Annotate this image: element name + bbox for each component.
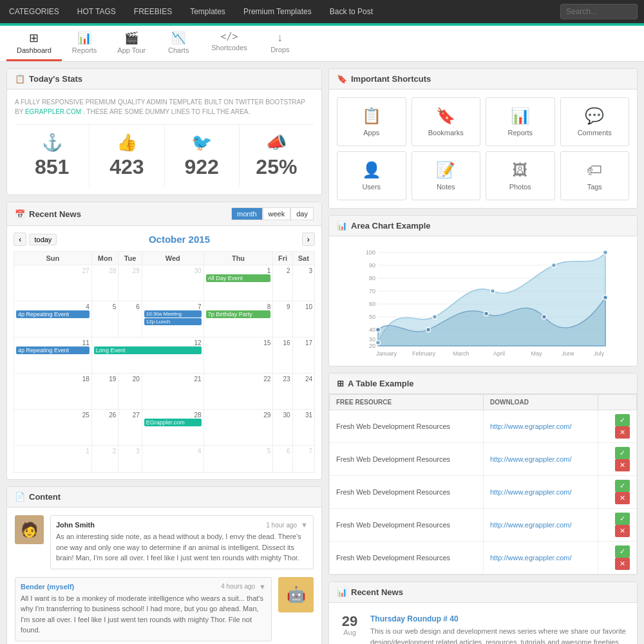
calendar-today[interactable]: today — [29, 234, 57, 245]
stats-header-icon: 📋 — [15, 74, 25, 84]
tab-bar: ⊞ Dashboard 📊 Reports 🎬 App Tour 📉 Chart… — [0, 26, 644, 62]
nav-categories[interactable]: CATEGORIES — [0, 0, 68, 23]
tab-shortcodes[interactable]: </> Shortcodes — [201, 26, 258, 61]
stat-value-4: 25% — [256, 155, 297, 178]
cal-cell-oct28[interactable]: 28 EGrappler.com — [142, 410, 204, 446]
stat-item-megaphone: 📣 25% — [240, 125, 314, 187]
charts-icon: 📉 — [171, 31, 185, 45]
svg-point-25 — [542, 315, 547, 319]
comment-item-1: 🧑 John Smith 1 hour ago ▼ As an interest… — [15, 515, 314, 569]
notes-icon: 📝 — [436, 161, 455, 179]
table-row: Fresh Web Development Resources http://w… — [330, 542, 637, 574]
cal-cell: 9 — [273, 301, 292, 337]
row-ok-button[interactable]: ✓ — [615, 414, 630, 426]
shortcut-reports[interactable]: 📊 Reports — [486, 97, 555, 146]
row-delete-button[interactable]: ✕ — [615, 558, 630, 570]
tab-app-tour[interactable]: 🎬 App Tour — [107, 26, 156, 61]
news-desc-1: This is our web design and development n… — [370, 626, 629, 644]
content-header-icon: 📄 — [15, 492, 25, 502]
stat-item-thumbsup: 👍 423 — [90, 125, 164, 187]
row-ok-button[interactable]: ✓ — [615, 545, 630, 558]
shortcut-apps[interactable]: 📋 Apps — [337, 97, 406, 146]
todays-stats-header: 📋 Today's Stats — [7, 69, 321, 90]
table-row: Fresh Web Development Resources http://w… — [330, 476, 637, 509]
stat-item-anchor: ⚓ 851 — [15, 125, 90, 187]
news-day-1: 29 — [337, 614, 363, 629]
calendar-next[interactable]: › — [302, 232, 315, 246]
news-title-1[interactable]: Thursday Roundup # 40 — [370, 614, 629, 623]
cal-cell-oct12[interactable]: 12 Long Event — [91, 337, 204, 374]
svg-text:40: 40 — [369, 327, 375, 333]
svg-text:January: January — [376, 350, 397, 357]
cal-cell-oct11[interactable]: 11 4p Repeating Event — [14, 337, 92, 374]
svg-point-22 — [376, 328, 381, 332]
shortcut-label-reports: Reports — [507, 129, 533, 137]
stat-value-1: 851 — [35, 155, 69, 178]
shortcut-users[interactable]: 👤 Users — [337, 151, 406, 200]
row-ok-button[interactable]: ✓ — [615, 480, 630, 492]
row-delete-button[interactable]: ✕ — [615, 426, 630, 439]
cal-cell-oct8[interactable]: 8 7p Birthday Party — [204, 301, 273, 337]
view-tab-month[interactable]: month — [231, 207, 263, 220]
apps-icon: 📋 — [362, 107, 381, 125]
nav-premium-templates[interactable]: Premium Templates — [234, 0, 321, 23]
svg-text:80: 80 — [369, 275, 375, 281]
cal-cell: 29 — [118, 265, 142, 301]
svg-text:100: 100 — [366, 249, 375, 256]
tab-reports[interactable]: 📊 Reports — [62, 26, 108, 61]
row-ok-button[interactable]: ✓ — [615, 447, 630, 459]
cal-cell: 6 — [118, 301, 142, 337]
nav-hot-tags[interactable]: HOT TAGS — [68, 0, 125, 23]
row-ok-button[interactable]: ✓ — [615, 513, 630, 525]
cal-cell: 10 — [292, 301, 314, 337]
shortcut-photos[interactable]: 🖼 Photos — [486, 151, 555, 200]
thumbsup-icon: 👍 — [95, 133, 158, 153]
comment-arrow-2[interactable]: ▼ — [259, 583, 266, 591]
content-card: 📄 Content 🧑 John Smith 1 hour ago ▼ — [6, 486, 322, 644]
row-delete-button[interactable]: ✕ — [615, 492, 630, 504]
svg-point-18 — [433, 315, 437, 319]
shortcut-notes[interactable]: 📝 Notes — [412, 151, 481, 200]
cal-cell-oct4[interactable]: 4 4p Repeating Event — [14, 301, 92, 337]
comment-item-2: 🤖 Bender (myself) 4 hours ago ▼ All I wa… — [15, 577, 314, 641]
cal-cell: 16 — [273, 337, 292, 374]
shortcut-comments[interactable]: 💬 Comments — [560, 97, 630, 146]
nav-templates[interactable]: Templates — [181, 0, 234, 23]
cal-cell: 26 — [91, 410, 118, 446]
row-delete-button[interactable]: ✕ — [615, 525, 630, 537]
area-chart-header: 📊 Area Chart Example — [329, 216, 637, 236]
cal-cell-oct7[interactable]: 7 10:30a Meeting 12p Lunch — [142, 301, 204, 337]
nav-freebies[interactable]: FREEBIES — [125, 0, 181, 23]
nav-back-to-post[interactable]: Back to Post — [321, 0, 382, 23]
cal-cell-oct1[interactable]: 1 All Day Event — [204, 265, 273, 301]
content-header: 📄 Content — [7, 487, 321, 507]
dashboard-icon: ⊞ — [29, 31, 39, 45]
col-header-download: DOWNLOAD — [483, 395, 598, 410]
tab-drops[interactable]: ↓ Drops — [258, 26, 303, 61]
view-tab-day[interactable]: day — [290, 207, 314, 220]
table-header: ⊞ A Table Example — [329, 374, 637, 394]
shortcut-tags[interactable]: 🏷 Tags — [560, 151, 630, 200]
svg-text:March: March — [453, 350, 469, 357]
table-row: Fresh Web Development Resources http://w… — [330, 443, 637, 476]
cal-cell: 21 — [142, 374, 204, 410]
comment-text-2: All I want is to be a monkey of moderate… — [21, 593, 266, 636]
cal-cell: 31 — [292, 410, 314, 446]
calendar-card: 📅 Recent News month week day ‹ today Oct… — [6, 202, 322, 480]
row-delete-button[interactable]: ✕ — [615, 459, 630, 471]
calendar-prev[interactable]: ‹ — [14, 232, 26, 246]
search-input[interactable] — [560, 4, 638, 19]
bookmarks-icon: 🔖 — [436, 107, 455, 125]
shortcut-bookmarks[interactable]: 🔖 Bookmarks — [412, 97, 481, 146]
tab-dashboard[interactable]: ⊞ Dashboard — [6, 26, 62, 61]
tab-charts[interactable]: 📉 Charts — [156, 26, 201, 61]
cal-cell: 28 — [91, 265, 118, 301]
view-tab-week[interactable]: week — [263, 207, 291, 220]
svg-point-21 — [603, 251, 608, 255]
cal-cell: 3 — [292, 265, 314, 301]
shortcuts-header: 🔖 Important Shortcuts — [329, 69, 637, 90]
comment-arrow-1[interactable]: ▼ — [301, 521, 308, 529]
svg-point-24 — [484, 312, 489, 316]
app-tour-icon: 🎬 — [124, 31, 138, 45]
cal-cell: 29 — [204, 410, 273, 446]
